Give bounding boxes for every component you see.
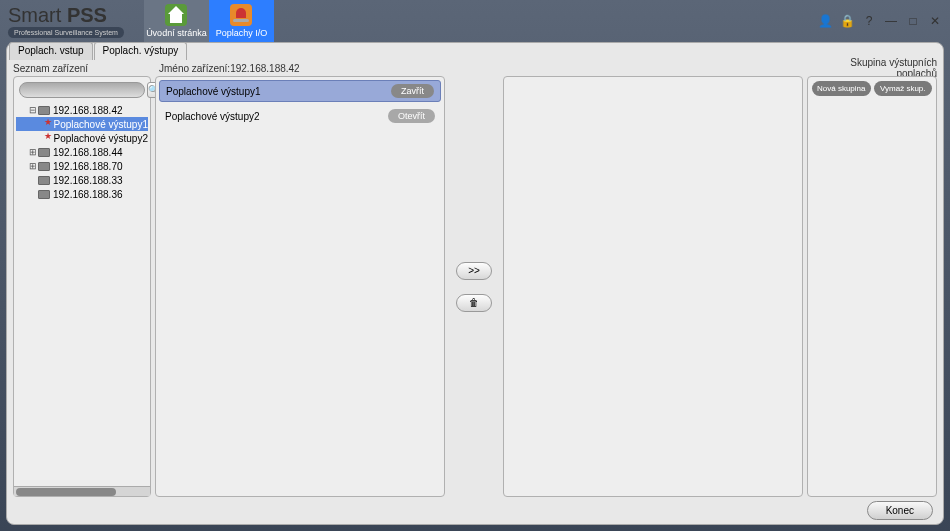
device-tree-panel: 🔍 ⊟192.168.188.42 Poplachové výstupy1 Po… bbox=[13, 76, 151, 497]
blank-icon bbox=[28, 175, 38, 185]
tree-node-output[interactable]: Poplachové výstupy1 bbox=[16, 117, 148, 131]
tree-label: 192.168.188.33 bbox=[53, 175, 123, 186]
list-item-label: Poplachové výstupy2 bbox=[165, 111, 388, 122]
tab-home[interactable]: Úvodní stránka bbox=[144, 0, 209, 42]
tree-node-device[interactable]: ⊞192.168.188.44 bbox=[16, 145, 148, 159]
app-title: Smart PSS bbox=[8, 4, 124, 27]
transfer-controls: >> 🗑 bbox=[449, 76, 499, 497]
close-output-button[interactable]: Zavřít bbox=[391, 84, 434, 98]
section-labels: Seznam zařízení Jméno zařízení:192.168.1… bbox=[7, 60, 943, 76]
alarm-output-icon bbox=[44, 133, 50, 143]
footer: Konec bbox=[7, 497, 943, 520]
lock-icon[interactable]: 🔒 bbox=[840, 14, 854, 28]
tab-home-label: Úvodní stránka bbox=[146, 28, 207, 38]
tree-label: 192.168.188.70 bbox=[53, 161, 123, 172]
move-right-button[interactable]: >> bbox=[456, 262, 492, 280]
tree-label: 192.168.188.42 bbox=[53, 105, 123, 116]
list-item[interactable]: Poplachové výstupy2 Otevřít bbox=[159, 105, 441, 127]
open-output-button[interactable]: Otevřít bbox=[388, 109, 435, 123]
tree-label: 192.168.188.44 bbox=[53, 147, 123, 158]
end-button[interactable]: Konec bbox=[867, 501, 933, 520]
expand-icon[interactable]: ⊞ bbox=[28, 147, 38, 157]
device-icon bbox=[38, 176, 50, 185]
tree-node-device[interactable]: ⊟192.168.188.42 bbox=[16, 103, 148, 117]
tree-label: Poplachové výstupy1 bbox=[53, 119, 148, 130]
new-group-button[interactable]: Nová skupina bbox=[812, 81, 871, 96]
tree-node-device[interactable]: ⊞192.168.188.70 bbox=[16, 159, 148, 173]
groups-panel: Nová skupina Vymaž skup. bbox=[807, 76, 937, 497]
main-content: Poplach. vstup Poplach. výstupy Seznam z… bbox=[6, 42, 944, 525]
scrollbar-thumb[interactable] bbox=[16, 488, 116, 496]
alarm-icon bbox=[230, 4, 252, 26]
subtab-alarm-output[interactable]: Poplach. výstupy bbox=[94, 42, 188, 60]
horizontal-scrollbar[interactable] bbox=[14, 486, 150, 496]
delete-group-button[interactable]: Vymaž skup. bbox=[874, 81, 933, 96]
app-tagline: Professional Surveillance System bbox=[8, 27, 124, 38]
sub-tabs: Poplach. vstup Poplach. výstupy bbox=[7, 42, 943, 60]
alarm-output-icon bbox=[44, 119, 50, 129]
maximize-icon[interactable]: □ bbox=[906, 14, 920, 28]
subtab-alarm-input[interactable]: Poplach. vstup bbox=[9, 42, 93, 60]
search-row: 🔍 bbox=[14, 77, 150, 103]
home-icon bbox=[165, 4, 187, 26]
tab-alarm-io-label: Poplachy I/O bbox=[216, 28, 268, 38]
help-icon[interactable]: ? bbox=[862, 14, 876, 28]
group-buttons: Nová skupina Vymaž skup. bbox=[808, 77, 936, 100]
outputs-list-panel: Poplachové výstupy1 Zavřít Poplachové vý… bbox=[155, 76, 445, 497]
device-icon bbox=[38, 190, 50, 199]
search-input[interactable] bbox=[19, 82, 145, 98]
device-icon bbox=[38, 148, 50, 157]
tab-alarm-io[interactable]: Poplachy I/O bbox=[209, 0, 274, 42]
minimize-icon[interactable]: — bbox=[884, 14, 898, 28]
panels-row: 🔍 ⊟192.168.188.42 Poplachové výstupy1 Po… bbox=[7, 76, 943, 497]
tree-node-device[interactable]: 192.168.188.36 bbox=[16, 187, 148, 201]
blank-icon bbox=[28, 189, 38, 199]
group-contents-panel bbox=[503, 76, 803, 497]
close-icon[interactable]: ✕ bbox=[928, 14, 942, 28]
app-logo: Smart PSS Professional Surveillance Syst… bbox=[8, 4, 124, 38]
list-item[interactable]: Poplachové výstupy1 Zavřít bbox=[159, 80, 441, 102]
list-item-label: Poplachové výstupy1 bbox=[166, 86, 391, 97]
tree-label: Poplachové výstupy2 bbox=[53, 133, 148, 144]
delete-button[interactable]: 🗑 bbox=[456, 294, 492, 312]
tree-node-device[interactable]: 192.168.188.33 bbox=[16, 173, 148, 187]
label-device-list: Seznam zařízení bbox=[13, 63, 159, 74]
main-tabs: Úvodní stránka Poplachy I/O bbox=[144, 0, 274, 42]
trash-icon: 🗑 bbox=[469, 297, 479, 308]
title-bar: Smart PSS Professional Surveillance Syst… bbox=[0, 0, 950, 42]
device-icon bbox=[38, 162, 50, 171]
label-device-name: Jméno zařízení:192.168.188.42 bbox=[159, 63, 807, 74]
tree-label: 192.168.188.36 bbox=[53, 189, 123, 200]
device-tree[interactable]: ⊟192.168.188.42 Poplachové výstupy1 Popl… bbox=[14, 103, 150, 486]
collapse-icon[interactable]: ⊟ bbox=[28, 105, 38, 115]
user-icon[interactable]: 👤 bbox=[818, 14, 832, 28]
expand-icon[interactable]: ⊞ bbox=[28, 161, 38, 171]
tree-node-output[interactable]: Poplachové výstupy2 bbox=[16, 131, 148, 145]
device-icon bbox=[38, 106, 50, 115]
window-controls: 👤 🔒 ? — □ ✕ bbox=[818, 14, 942, 28]
